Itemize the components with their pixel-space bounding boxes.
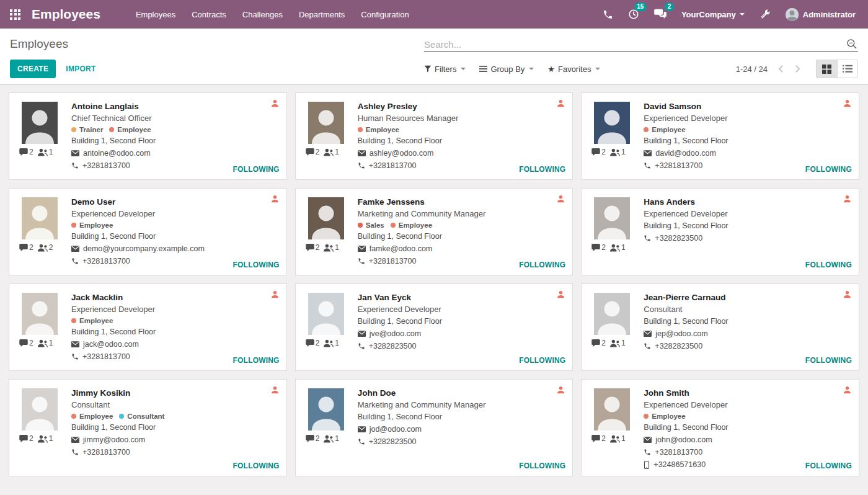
employee-email-row[interactable]: john@odoo.com [644, 434, 852, 446]
employee-card[interactable]: 2 1 Jean-Pierre Carnaud Consultant Build… [581, 283, 859, 371]
nav-menu-item-contracts[interactable]: Contracts [184, 0, 234, 29]
employee-email[interactable]: jep@odoo.com [655, 328, 707, 340]
message-counter[interactable]: 2 [591, 434, 606, 443]
following-button[interactable]: FOLLOWING [233, 165, 280, 174]
employee-card[interactable]: 2 1 David Samson Experienced Developer E… [581, 92, 859, 180]
follower-counter[interactable]: 2 [38, 243, 53, 252]
employee-phone[interactable]: +3281813700 [655, 446, 702, 458]
import-button[interactable]: IMPORT [66, 65, 95, 73]
follower-counter[interactable]: 1 [610, 434, 626, 443]
pager-next-button[interactable] [789, 62, 806, 76]
employee-phone[interactable]: +3282823500 [369, 435, 417, 448]
employee-card[interactable]: 2 1 Jimmy Kosikin Consultant EmployeeCon… [9, 379, 287, 476]
follower-counter[interactable]: 1 [324, 434, 339, 443]
voip-phone-button[interactable] [596, 6, 619, 24]
nav-menu-item-challenges[interactable]: Challenges [234, 0, 291, 29]
employee-email-row[interactable]: jve@odoo.com [358, 328, 567, 340]
employee-phone[interactable]: +3281813700 [82, 159, 130, 172]
employee-card[interactable]: 2 1 Famke Jenssens Marketing and Communi… [295, 188, 574, 275]
follower-counter[interactable]: 1 [38, 339, 53, 347]
following-button[interactable]: FOLLOWING [519, 356, 565, 365]
follower-counter[interactable]: 1 [38, 148, 53, 156]
employee-phone[interactable]: +3282823500 [655, 340, 702, 352]
follower-counter[interactable]: 1 [324, 243, 339, 252]
nav-menu-item-departments[interactable]: Departments [291, 0, 353, 29]
employee-phone-row[interactable]: +3282823500 [644, 340, 852, 352]
employee-phone[interactable]: +3281813700 [82, 350, 130, 363]
create-button[interactable]: CREATE [10, 60, 56, 78]
employee-phone-row[interactable]: +3281813700 [644, 446, 852, 458]
pager-previous-button[interactable] [773, 62, 789, 76]
employee-phone-row[interactable]: +3282823500 [358, 340, 567, 352]
employee-card[interactable]: 2 1 Jan Van Eyck Experienced Developer B… [295, 283, 574, 371]
nav-menu-item-configuration[interactable]: Configuration [353, 0, 417, 29]
debug-tools-button[interactable] [753, 5, 777, 24]
following-button[interactable]: FOLLOWING [519, 462, 565, 470]
employee-phone[interactable]: +3281813700 [82, 255, 130, 267]
employee-card[interactable]: 2 1 John Smith Experienced Developer Emp… [581, 379, 859, 476]
employee-email-row[interactable]: jack@odoo.com [71, 338, 280, 350]
employee-email-row[interactable]: jep@odoo.com [644, 328, 852, 340]
employee-phone-row[interactable]: +3282823500 [644, 232, 852, 244]
employee-phone-row[interactable]: +3282823500 [358, 435, 567, 448]
employee-card[interactable]: 2 1 John Doe Marketing and Community Man… [295, 379, 574, 476]
employee-phone[interactable]: +3281813700 [655, 159, 702, 172]
employee-phone[interactable]: +3281813700 [369, 159, 417, 172]
follower-counter[interactable]: 1 [610, 339, 626, 347]
follower-counter[interactable]: 1 [610, 148, 626, 156]
message-counter[interactable]: 2 [591, 243, 606, 252]
employee-card[interactable]: 2 1 Antoine Langlais Chief Technical Off… [9, 92, 287, 180]
employee-email-row[interactable]: jimmy@odoo.com [71, 434, 280, 446]
following-button[interactable]: FOLLOWING [519, 261, 565, 269]
employee-email-row[interactable]: ashley@odoo.com [358, 147, 567, 159]
following-button[interactable]: FOLLOWING [233, 261, 280, 269]
list-view-button[interactable] [837, 60, 857, 78]
employee-email[interactable]: jimmy@odoo.com [83, 434, 145, 446]
search-input[interactable] [424, 39, 846, 50]
follower-counter[interactable]: 1 [324, 339, 339, 347]
message-counter[interactable]: 2 [19, 434, 33, 443]
follower-counter[interactable]: 1 [610, 243, 626, 252]
message-counter[interactable]: 2 [306, 339, 320, 347]
employee-email-row[interactable]: demo@yourcompany.example.com [71, 243, 280, 255]
employee-email[interactable]: antoine@odoo.com [83, 147, 151, 159]
employee-card[interactable]: 2 1 Jack Macklin Experienced Developer E… [9, 283, 287, 371]
employee-email[interactable]: famke@odoo.com [370, 243, 433, 255]
message-counter[interactable]: 2 [19, 243, 33, 252]
employee-card[interactable]: 2 1 Ashley Presley Human Resources Manag… [295, 92, 574, 180]
employee-email[interactable]: john@odoo.com [655, 434, 712, 446]
search-icon[interactable] [846, 38, 858, 50]
employee-phone-row[interactable]: +3281813700 [71, 446, 280, 458]
message-counter[interactable]: 2 [591, 148, 606, 156]
message-counter[interactable]: 2 [19, 148, 33, 156]
apps-menu-icon[interactable] [10, 9, 20, 20]
message-counter[interactable]: 2 [591, 339, 606, 347]
following-button[interactable]: FOLLOWING [233, 356, 280, 365]
message-counter[interactable]: 2 [306, 148, 320, 156]
follower-counter[interactable]: 1 [324, 148, 339, 156]
employee-email[interactable]: jve@odoo.com [370, 328, 422, 340]
employee-email-row[interactable]: famke@odoo.com [358, 243, 567, 255]
employee-phone[interactable]: +3282823500 [369, 340, 417, 352]
following-button[interactable]: FOLLOWING [233, 462, 280, 470]
following-button[interactable]: FOLLOWING [805, 261, 852, 269]
messages-button[interactable]: 2 [648, 5, 673, 24]
kanban-view-button[interactable] [817, 60, 837, 78]
employee-card[interactable]: 2 1 Hans Anders Experienced Developer Bu… [581, 188, 859, 275]
message-counter[interactable]: 2 [306, 243, 320, 252]
nav-menu-item-employees[interactable]: Employees [128, 0, 184, 29]
following-button[interactable]: FOLLOWING [805, 462, 852, 470]
favorites-dropdown[interactable]: ★ Favorites [547, 65, 600, 74]
employee-phone[interactable]: +3282823500 [655, 232, 702, 244]
user-menu[interactable]: Administrator [779, 4, 858, 25]
employee-mobile[interactable]: +32486571630 [653, 458, 706, 471]
filters-dropdown[interactable]: Filters [424, 65, 466, 74]
employee-phone[interactable]: +3281813700 [82, 446, 130, 458]
employee-email-row[interactable]: david@odoo.com [644, 147, 852, 159]
employee-email[interactable]: jack@odoo.com [83, 338, 139, 350]
following-button[interactable]: FOLLOWING [805, 165, 852, 174]
following-button[interactable]: FOLLOWING [519, 165, 565, 174]
group-by-dropdown[interactable]: Group By [479, 65, 534, 74]
employee-email-row[interactable]: antoine@odoo.com [71, 147, 280, 159]
app-brand-title[interactable]: Employees [32, 7, 100, 22]
